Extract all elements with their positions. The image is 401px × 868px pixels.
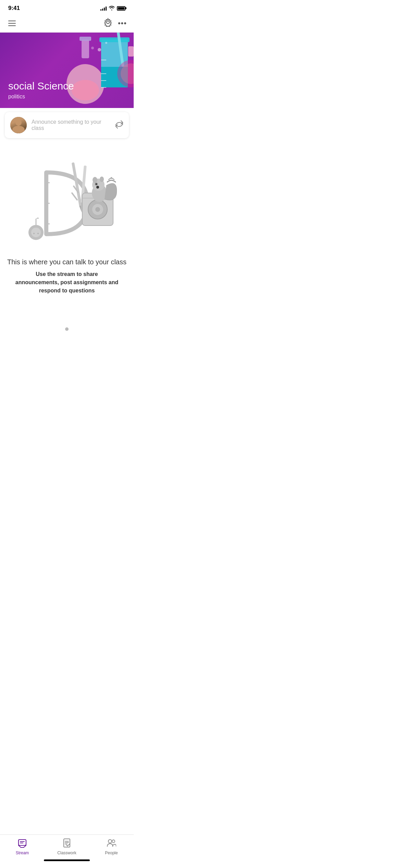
svg-point-27 xyxy=(33,233,35,234)
signal-bars-icon xyxy=(100,6,107,11)
svg-point-45 xyxy=(96,183,97,185)
svg-point-28 xyxy=(37,233,39,234)
empty-state-illustration xyxy=(15,152,118,248)
avatar xyxy=(10,117,27,133)
svg-point-42 xyxy=(93,177,97,183)
svg-point-43 xyxy=(100,177,104,182)
svg-point-25 xyxy=(31,228,41,237)
announce-placeholder[interactable]: Announce something to your class xyxy=(32,119,110,131)
svg-point-0 xyxy=(107,21,109,24)
hamburger-menu-icon[interactable] xyxy=(7,19,17,27)
avatar-image xyxy=(10,117,27,133)
svg-rect-13 xyxy=(128,46,134,57)
class-banner: social Science politics xyxy=(0,33,134,108)
announce-bar[interactable]: Announce something to your class xyxy=(5,112,129,138)
svg-rect-1 xyxy=(82,39,89,58)
status-time: 9:41 xyxy=(8,5,20,12)
svg-point-16 xyxy=(98,48,101,51)
svg-rect-4 xyxy=(80,37,91,41)
toolbar-right: ••• xyxy=(104,18,127,29)
svg-rect-6 xyxy=(99,37,130,42)
class-subtitle: politics xyxy=(8,94,74,100)
svg-point-3 xyxy=(72,80,99,100)
settings-icon[interactable] xyxy=(104,18,112,29)
status-icons xyxy=(100,5,125,11)
svg-line-33 xyxy=(72,193,77,200)
svg-point-18 xyxy=(91,47,94,49)
class-title: social Science xyxy=(8,80,74,92)
scroll-indicator xyxy=(0,329,134,333)
refresh-icon[interactable] xyxy=(115,120,123,130)
svg-point-47 xyxy=(111,177,112,179)
illustration-container xyxy=(15,152,118,248)
status-bar: 9:41 xyxy=(0,0,134,14)
empty-state-title: This is where you can talk to your class xyxy=(7,258,126,266)
banner-content: social Science politics xyxy=(8,80,74,100)
battery-icon xyxy=(117,6,125,11)
wifi-icon xyxy=(109,5,115,11)
svg-point-46 xyxy=(96,186,99,189)
content-area: social Science politics Announce somethi… xyxy=(0,33,134,329)
svg-point-38 xyxy=(95,207,100,212)
svg-point-17 xyxy=(105,42,107,44)
empty-state: This is where you can talk to your class… xyxy=(0,145,134,295)
empty-state-description: Use the stream to share announcements, p… xyxy=(7,270,127,295)
toolbar: ••• xyxy=(0,14,134,33)
more-options-icon[interactable]: ••• xyxy=(118,19,127,28)
